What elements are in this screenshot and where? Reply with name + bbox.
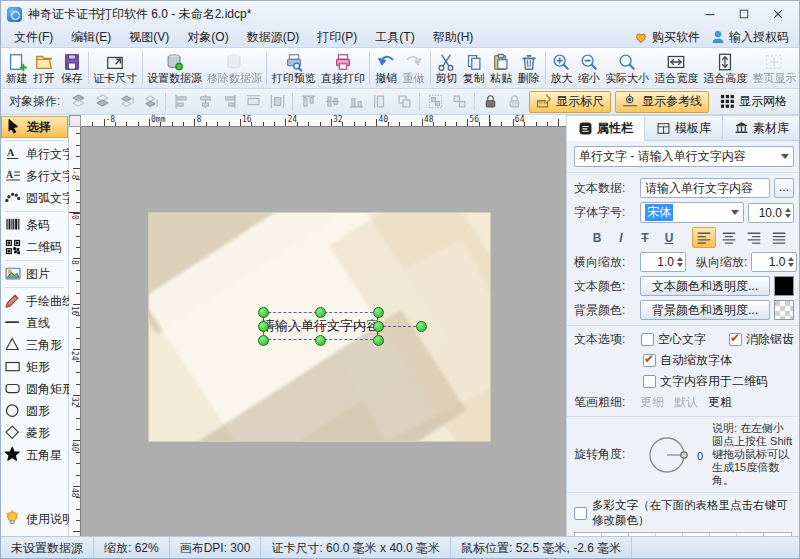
- cut-button[interactable]: 剪切: [433, 49, 461, 88]
- menu-item[interactable]: 数据源(D): [238, 27, 309, 48]
- sidebar-tool-circle[interactable]: 圆形: [1, 400, 68, 422]
- checkbox[interactable]: [729, 333, 742, 346]
- checkbox[interactable]: [643, 375, 656, 388]
- buy-software-button[interactable]: 购买软件: [633, 29, 700, 46]
- ruler-mouse-marker: [489, 115, 490, 127]
- ruler-tick: [183, 122, 184, 126]
- menu-item[interactable]: 视图(V): [120, 27, 178, 48]
- menu-item[interactable]: 编辑(E): [62, 27, 120, 48]
- menu-item[interactable]: 打印(P): [308, 27, 366, 48]
- strikethrough-icon[interactable]: T: [634, 228, 656, 248]
- stroke-option[interactable]: 更粗: [708, 395, 732, 409]
- bg-color-button[interactable]: 背景颜色和透明度...: [640, 300, 770, 320]
- selection-handle[interactable]: [373, 335, 384, 346]
- close-button[interactable]: [761, 2, 795, 26]
- card-size-button[interactable]: 证卡尺寸: [91, 49, 140, 88]
- sidebar-tool-rect[interactable]: 矩形: [1, 356, 68, 378]
- sidebar-tool-qrcode[interactable]: 二维码: [1, 236, 68, 258]
- maximize-button[interactable]: [727, 2, 761, 26]
- underline-icon[interactable]: U: [658, 228, 680, 248]
- show-ruler-toggle[interactable]: 显示标尺: [529, 91, 611, 113]
- tab-properties-icon: [578, 121, 593, 136]
- actual-size-button[interactable]: 实际大小: [603, 49, 652, 88]
- tab-materials[interactable]: 素材库: [723, 115, 800, 141]
- checkbox[interactable]: [641, 333, 654, 346]
- zoom-out-button[interactable]: 缩小: [575, 49, 603, 88]
- menu-item[interactable]: 帮助(H): [424, 27, 483, 48]
- toolbar-button-label: 证卡尺寸: [93, 72, 137, 85]
- paste-button[interactable]: 粘贴: [488, 49, 516, 88]
- align-text-right-button[interactable]: [742, 227, 766, 248]
- sidebar-tool-multi-text[interactable]: A多行文字: [1, 165, 68, 187]
- show-grid-toggle[interactable]: 显示网格: [713, 91, 793, 113]
- spinner-up-icon[interactable]: [785, 208, 791, 212]
- sidebar-tool-select[interactable]: 选择: [1, 116, 68, 138]
- new-button[interactable]: 新建: [3, 49, 31, 88]
- font-size-spinner[interactable]: 10.0: [748, 203, 794, 223]
- checkbox[interactable]: [643, 354, 656, 367]
- align-text-justify-button[interactable]: [767, 227, 791, 248]
- sidebar-tool-label: 图片: [26, 266, 50, 283]
- rotation-handle[interactable]: [416, 321, 427, 332]
- selection-handle[interactable]: [373, 307, 384, 318]
- sidebar-tool-barcode[interactable]: 条码: [1, 214, 68, 236]
- text-data-more-button[interactable]: ...: [774, 178, 794, 198]
- sidebar-tool-arc-text[interactable]: 圆弧文字: [1, 187, 68, 209]
- selection-handle[interactable]: [258, 335, 269, 346]
- bg-color-swatch[interactable]: [774, 300, 794, 320]
- zoom-in-button[interactable]: 放大: [548, 49, 576, 88]
- tab-properties[interactable]: 属性栏: [567, 115, 645, 141]
- save-button[interactable]: 保存: [58, 49, 86, 88]
- spinner-down-icon[interactable]: [785, 214, 791, 218]
- hscale-spinner[interactable]: 1.0: [640, 252, 686, 272]
- menu-item[interactable]: 文件(F): [5, 27, 62, 48]
- text-option[interactable]: 空心文字: [641, 331, 724, 348]
- undo-button[interactable]: 撤销: [372, 49, 400, 88]
- sidebar-tool-star[interactable]: 五角星: [1, 444, 68, 466]
- enter-license-button[interactable]: 输入授权码: [710, 29, 789, 46]
- sidebar-tool-curve[interactable]: 手绘曲线: [1, 290, 68, 312]
- delete-button[interactable]: 删除: [515, 49, 543, 88]
- show-guides-toggle[interactable]: 显示参考线: [615, 91, 709, 113]
- print-preview-button[interactable]: 打印预览: [269, 49, 318, 88]
- direct-print-button[interactable]: 直接打印: [318, 49, 367, 88]
- menu-item[interactable]: 对象(O): [178, 27, 237, 48]
- text-option[interactable]: 消除锯齿: [729, 331, 794, 348]
- sidebar-tool-line[interactable]: 直线: [1, 312, 68, 334]
- minimize-button[interactable]: [693, 2, 727, 26]
- sidebar-tool-single-text[interactable]: A单行文字: [1, 143, 68, 165]
- set-datasource-button[interactable]: 设置数据源: [145, 49, 205, 88]
- fit-height-button[interactable]: 适合高度: [701, 49, 750, 88]
- text-option[interactable]: 文字内容用于二维码: [643, 373, 768, 390]
- object-selector-dropdown[interactable]: 单行文字 - 请输入单行文字内容: [574, 146, 794, 167]
- italic-icon[interactable]: I: [610, 228, 632, 248]
- align-text-left-button[interactable]: [692, 227, 716, 248]
- sidebar-tool-triangle[interactable]: 三角形: [1, 334, 68, 356]
- bold-icon[interactable]: B: [586, 228, 608, 248]
- help-button[interactable]: 使用说明: [1, 508, 68, 530]
- text-data-input[interactable]: 请输入单行文字内容: [640, 178, 770, 198]
- text-color-button[interactable]: 文本颜色和透明度...: [640, 276, 770, 296]
- selection-handle[interactable]: [373, 321, 384, 332]
- text-color-swatch[interactable]: [774, 276, 794, 296]
- font-family-dropdown[interactable]: 宋体: [640, 202, 744, 223]
- sidebar-tool-image[interactable]: 图片: [1, 263, 68, 285]
- selection-handle[interactable]: [315, 307, 326, 318]
- set-datasource-icon: [165, 51, 185, 72]
- copy-button[interactable]: 复制: [460, 49, 488, 88]
- selection-handle[interactable]: [258, 321, 269, 332]
- vscale-spinner[interactable]: 1.0: [751, 252, 797, 272]
- selection-handle[interactable]: [315, 335, 326, 346]
- sidebar-tool-diamond[interactable]: 菱形: [1, 422, 68, 444]
- sidebar-tool-rounded-rect[interactable]: 圆角矩形: [1, 378, 68, 400]
- selection-handle[interactable]: [258, 307, 269, 318]
- align-text-center-button[interactable]: [717, 227, 741, 248]
- menu-item[interactable]: 工具(T): [366, 27, 423, 48]
- rotation-dial[interactable]: 0: [641, 429, 707, 481]
- tab-templates[interactable]: 模板库: [645, 115, 723, 141]
- fit-width-button[interactable]: 适合宽度: [652, 49, 701, 88]
- open-button[interactable]: 打开: [31, 49, 59, 88]
- text-option[interactable]: 自动缩放字体: [643, 352, 732, 369]
- design-workarea[interactable]: 请输入单行文字内容: [81, 127, 566, 536]
- multicolor-checkbox[interactable]: [574, 507, 587, 520]
